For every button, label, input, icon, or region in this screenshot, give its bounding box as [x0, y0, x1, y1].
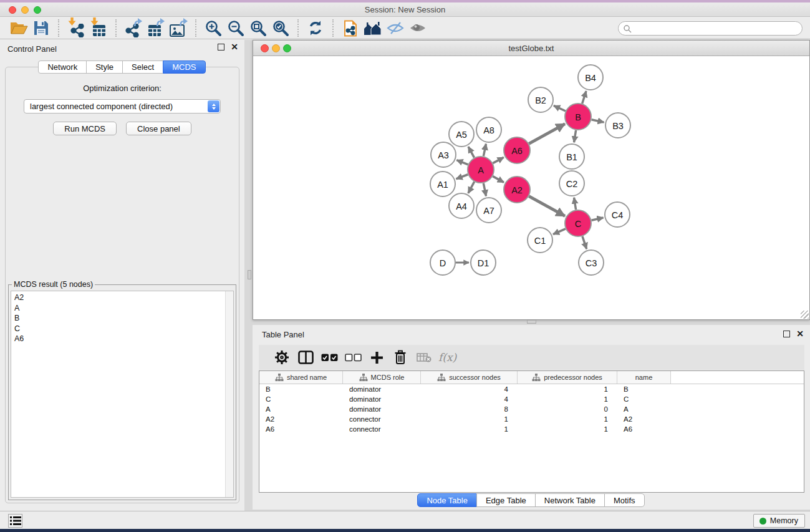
- network-overview-button[interactable]: [362, 19, 384, 38]
- edge-C-C2[interactable]: [574, 198, 576, 210]
- deselect-all-columns-button[interactable]: [341, 347, 365, 367]
- table-row[interactable]: Bdominator41B: [259, 384, 804, 394]
- edge-A6-B[interactable]: [529, 124, 565, 144]
- open-session-button[interactable]: [7, 19, 30, 38]
- apply-layout-button[interactable]: [304, 19, 327, 38]
- cell-name: A: [617, 405, 671, 413]
- column-header-predecessor-nodes[interactable]: predecessor nodes: [518, 371, 617, 384]
- float-table-panel-icon[interactable]: [783, 331, 790, 337]
- search-input[interactable]: [618, 21, 803, 36]
- result-list-item[interactable]: A: [14, 303, 223, 314]
- session-title: Session: New Session: [365, 5, 445, 14]
- column-header-name[interactable]: name: [617, 371, 671, 384]
- close-panel-button[interactable]: Close panel: [126, 122, 191, 135]
- import-network-icon: [67, 19, 85, 37]
- close-panel-icon[interactable]: ✕: [231, 44, 238, 51]
- zoom-selected-button[interactable]: [269, 19, 292, 38]
- tab-network[interactable]: Network: [38, 60, 87, 74]
- hide-selected-button[interactable]: [384, 19, 407, 38]
- show-all-button[interactable]: [407, 19, 429, 38]
- application-window: Session: New Session: [0, 0, 810, 532]
- zoom-fit-button[interactable]: [247, 19, 269, 38]
- node-table[interactable]: shared nameMCDS rolesuccessor nodesprede…: [259, 370, 804, 493]
- export-image-button[interactable]: [167, 19, 190, 38]
- run-mcds-button[interactable]: Run MCDS: [53, 122, 117, 135]
- node-label-A6: A6: [511, 146, 523, 156]
- edge-B-B4[interactable]: [582, 91, 586, 104]
- result-list-scrollbar[interactable]: [225, 291, 233, 497]
- optimization-criterion-select[interactable]: largest connected component (directed): [24, 99, 221, 114]
- desktop-scrollbar-thumb-vertical[interactable]: [248, 270, 251, 279]
- tab-network-table[interactable]: Network Table: [535, 493, 605, 507]
- export-network-button[interactable]: [122, 19, 145, 38]
- columns-icon: [298, 351, 314, 364]
- edge-A-A4[interactable]: [468, 181, 475, 193]
- edge-A-A2[interactable]: [493, 177, 504, 183]
- result-list-item[interactable]: B: [14, 313, 223, 324]
- edge-A-A6[interactable]: [493, 157, 503, 163]
- node-label-A1: A1: [437, 180, 448, 190]
- column-header-MCDS-role[interactable]: MCDS role: [343, 371, 421, 384]
- show-columns-button[interactable]: [294, 347, 317, 367]
- result-list-item[interactable]: A6: [14, 334, 223, 344]
- result-list-item[interactable]: A2: [14, 293, 223, 303]
- network-canvas[interactable]: B4B2BB3B1A5A8A6A3AA1A2C2A4A7CC4C1C3DD1: [253, 57, 809, 319]
- network-close-button[interactable]: [261, 44, 269, 52]
- toolbar-separator: [195, 19, 196, 37]
- cell-MCDS-role: dominator: [343, 405, 421, 413]
- edge-A-A7[interactable]: [483, 183, 486, 196]
- tab-select[interactable]: Select: [122, 60, 163, 74]
- window-resize-grip[interactable]: [801, 311, 809, 319]
- select-all-columns-button[interactable]: [317, 347, 341, 367]
- edge-A-A3[interactable]: [456, 160, 468, 165]
- import-network-button[interactable]: [65, 19, 87, 38]
- close-window-button[interactable]: [9, 6, 16, 14]
- edge-A-A1[interactable]: [456, 175, 468, 179]
- network-minimize-button[interactable]: [272, 44, 280, 52]
- table-row[interactable]: A6connector11A6: [259, 424, 804, 434]
- minimize-window-button[interactable]: [21, 6, 29, 14]
- tab-style[interactable]: Style: [86, 60, 123, 74]
- memory-button[interactable]: Memory: [753, 514, 805, 528]
- delete-column-button[interactable]: [388, 347, 412, 367]
- save-session-button[interactable]: [30, 19, 52, 38]
- edge-A-A8[interactable]: [483, 144, 486, 157]
- edge-A-A5[interactable]: [468, 147, 475, 157]
- new-network-from-selection-button[interactable]: [339, 19, 362, 38]
- optimization-criterion-label: Optimization criterion:: [6, 84, 239, 93]
- network-zoom-button[interactable]: [283, 44, 291, 52]
- result-list-item[interactable]: C: [14, 324, 223, 334]
- column-header-shared-name[interactable]: shared name: [259, 371, 343, 384]
- tab-node-table[interactable]: Node Table: [417, 493, 477, 507]
- column-type-icon: [532, 374, 541, 382]
- edge-B-B2[interactable]: [554, 105, 566, 111]
- network-window-titlebar[interactable]: testGlobe.txt: [253, 41, 809, 56]
- column-header-successor-nodes[interactable]: successor nodes: [421, 371, 518, 384]
- float-panel-icon[interactable]: [218, 44, 224, 51]
- zoom-window-button[interactable]: [34, 6, 41, 14]
- edge-B-B3[interactable]: [591, 120, 604, 122]
- create-column-button[interactable]: [365, 347, 388, 367]
- import-table-button[interactable]: [87, 19, 110, 38]
- mcds-result-list[interactable]: A2ABCA6: [11, 291, 234, 498]
- edge-A2-C[interactable]: [529, 196, 565, 216]
- tab-mcds[interactable]: MCDS: [163, 60, 205, 74]
- desktop-scrollbar-thumb-horizontal[interactable]: [527, 320, 536, 324]
- table-settings-button[interactable]: [270, 347, 294, 367]
- export-table-button[interactable]: [145, 19, 167, 38]
- network-graph[interactable]: B4B2BB3B1A5A8A6A3AA1A2C2A4A7CC4C1C3DD1: [253, 57, 809, 319]
- tab-motifs[interactable]: Motifs: [604, 493, 645, 507]
- zoom-out-button[interactable]: [224, 19, 247, 38]
- task-history-button[interactable]: [8, 514, 22, 528]
- node-label-D: D: [440, 258, 446, 268]
- edge-C-C3[interactable]: [582, 236, 587, 249]
- tab-edge-table[interactable]: Edge Table: [476, 493, 536, 507]
- close-table-panel-icon[interactable]: ✕: [796, 331, 804, 337]
- edge-C-C1[interactable]: [553, 229, 566, 235]
- edge-C-C4[interactable]: [591, 218, 603, 220]
- zoom-in-button[interactable]: [202, 19, 224, 38]
- table-row[interactable]: A2connector11A2: [259, 414, 804, 424]
- edge-B-B1[interactable]: [574, 130, 576, 143]
- table-row[interactable]: Cdominator41C: [259, 394, 804, 404]
- table-row[interactable]: Adominator80A: [259, 404, 804, 414]
